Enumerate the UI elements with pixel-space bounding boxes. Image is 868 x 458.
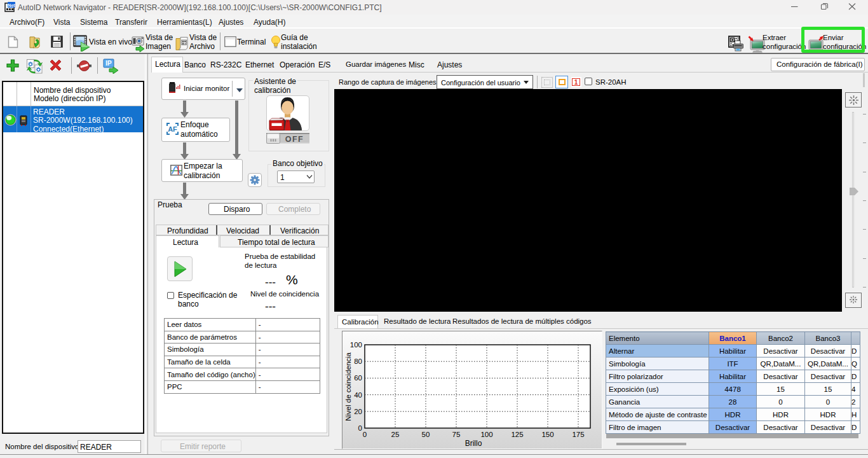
svg-text:150: 150 xyxy=(541,431,553,438)
svg-text:Nivel de coincidencia: Nivel de coincidencia xyxy=(344,352,352,421)
svg-text:0: 0 xyxy=(363,431,367,438)
svg-text:60: 60 xyxy=(354,374,362,382)
svg-text:Brillo: Brillo xyxy=(465,439,482,448)
svg-text:40: 40 xyxy=(354,391,362,399)
svg-text:AF: AF xyxy=(168,125,177,133)
svg-text:0: 0 xyxy=(358,424,362,432)
svg-text:Net: Net xyxy=(8,3,15,8)
svg-text:100: 100 xyxy=(480,431,492,438)
svg-text:125: 125 xyxy=(511,431,523,438)
svg-text:175: 175 xyxy=(572,431,584,438)
svg-text:75: 75 xyxy=(452,431,461,438)
svg-text:80: 80 xyxy=(354,357,362,365)
svg-text:20: 20 xyxy=(354,408,362,415)
svg-text:50: 50 xyxy=(422,431,430,438)
svg-text:25: 25 xyxy=(391,431,400,438)
svg-text:100: 100 xyxy=(350,341,362,349)
svg-text:IP: IP xyxy=(105,60,112,67)
svg-text:OFF: OFF xyxy=(285,135,304,144)
